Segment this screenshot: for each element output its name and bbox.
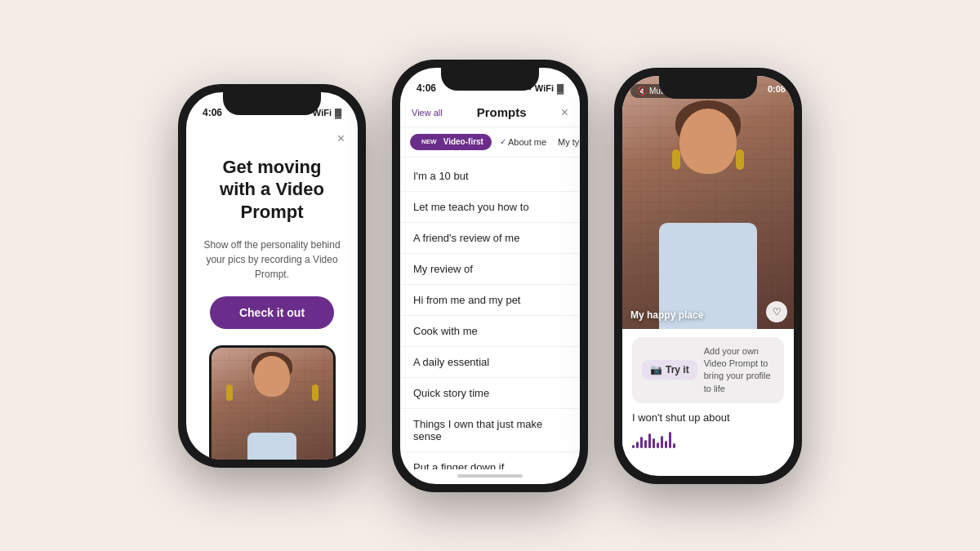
bar-3	[640, 437, 643, 448]
video-card-1: My happy place ♡	[209, 345, 336, 460]
earring-left-3	[672, 149, 680, 170]
view-all-link[interactable]: View all	[412, 108, 443, 118]
list-item[interactable]: Quick story time	[400, 378, 580, 409]
woman-body-1	[247, 433, 296, 460]
bar-6	[653, 438, 655, 448]
bar-2	[636, 442, 639, 448]
try-it-text: Try it	[666, 364, 689, 375]
try-description: Add your own Video Prompt to bring your …	[704, 345, 774, 396]
bar-10	[669, 432, 671, 448]
earring-right-1	[312, 384, 318, 401]
close-button-2[interactable]: ×	[561, 105, 568, 120]
subtitle-1: Show off the personality behind your pic…	[203, 238, 341, 282]
list-item[interactable]: Things I own that just make sense	[400, 409, 580, 452]
bar-4	[644, 440, 647, 448]
phone-1: 4:06 ▪▪▪ WiFi ▓ × Get moving with a Vide…	[178, 84, 366, 468]
check-it-out-button[interactable]: Check it out	[210, 296, 334, 329]
phone-2: 4:06 ▪▪▪ WiFi ▓ View all Prompts × NEW V…	[392, 60, 588, 492]
camera-icon: 📷	[650, 364, 662, 375]
notch-3	[659, 76, 757, 99]
phone-3-content: 🔇 Muted 0:08 My happy place ♡ 📷 Try it A…	[622, 76, 794, 443]
list-item[interactable]: Cook with me	[400, 316, 580, 347]
battery-icon-2: ▓	[557, 83, 564, 93]
new-badge: NEW	[418, 137, 440, 146]
prompts-list: I'm a 10 but Let me teach you how to A f…	[400, 158, 580, 469]
phone-2-screen: 4:06 ▪▪▪ WiFi ▓ View all Prompts × NEW V…	[400, 68, 580, 484]
earring-left-1	[226, 384, 233, 401]
audio-waveform	[632, 432, 784, 448]
battery-icon: ▓	[335, 108, 341, 118]
tab-about-me[interactable]: ✓ About me	[497, 134, 550, 150]
phone-3-screen: 🔇 Muted 0:08 My happy place ♡ 📷 Try it A…	[622, 76, 794, 476]
prompts-header: View all Prompts ×	[400, 100, 580, 127]
video-area-3: 🔇 Muted 0:08 My happy place ♡	[622, 76, 794, 329]
list-item[interactable]: Put a finger down if	[400, 452, 580, 469]
phone-1-content: × Get moving with a Video Prompt Show of…	[186, 125, 358, 460]
phone-3: 🔇 Muted 0:08 My happy place ♡ 📷 Try it A…	[614, 68, 802, 484]
title-underline	[227, 227, 317, 229]
bar-9	[665, 441, 667, 448]
tab-video-first-label: Video-first	[443, 137, 483, 146]
wifi-icon-2: WiFi	[535, 83, 554, 93]
woman-head-1	[254, 356, 290, 397]
woman-head-3	[679, 109, 737, 174]
list-item[interactable]: A friend's review of me	[400, 223, 580, 254]
earring-right-3	[736, 149, 744, 170]
phone-2-content: View all Prompts × NEW Video-first ✓ Abo…	[400, 100, 580, 484]
bar-7	[657, 442, 659, 448]
notch-1	[223, 92, 321, 115]
bar-1	[632, 445, 635, 448]
headline-1: Get moving with a Video Prompt	[203, 156, 341, 224]
list-item[interactable]: A daily essential	[400, 347, 580, 378]
notch-2	[441, 68, 539, 91]
list-item[interactable]: I'm a 10 but	[400, 161, 580, 192]
phone-1-screen: 4:06 ▪▪▪ WiFi ▓ × Get moving with a Vide…	[186, 92, 358, 460]
prompts-title: Prompts	[477, 105, 527, 119]
try-label: 📷 Try it	[642, 360, 697, 380]
tab-my-type[interactable]: My type	[555, 134, 580, 150]
bar-11	[673, 443, 675, 448]
check-icon-about: ✓	[500, 137, 506, 146]
video-caption-3: My happy place	[630, 309, 703, 321]
tab-my-type-label: My type	[558, 137, 580, 147]
prompts-tabs: NEW Video-first ✓ About me My type ✓ Get…	[400, 127, 580, 158]
phone-3-lower: 📷 Try it Add your own Video Prompt to br…	[622, 329, 794, 457]
home-bar-2	[457, 474, 523, 478]
bar-8	[661, 436, 663, 448]
tab-video-first[interactable]: NEW Video-first	[410, 134, 492, 150]
list-item[interactable]: Hi from me and my pet	[400, 285, 580, 316]
close-button-1[interactable]: ×	[337, 131, 345, 146]
list-item[interactable]: Let me teach you how to	[400, 192, 580, 223]
video-bg-1	[212, 348, 333, 460]
heart-button-3[interactable]: ♡	[766, 301, 787, 322]
list-item[interactable]: My review of	[400, 254, 580, 285]
text-prompt-3: I won't shut up about	[632, 411, 784, 424]
bar-5	[648, 433, 651, 448]
status-time-1: 4:06	[203, 107, 222, 118]
tab-about-me-label: About me	[508, 137, 546, 147]
try-it-button[interactable]: 📷 Try it Add your own Video Prompt to br…	[632, 337, 784, 404]
status-time-2: 4:06	[416, 82, 436, 94]
